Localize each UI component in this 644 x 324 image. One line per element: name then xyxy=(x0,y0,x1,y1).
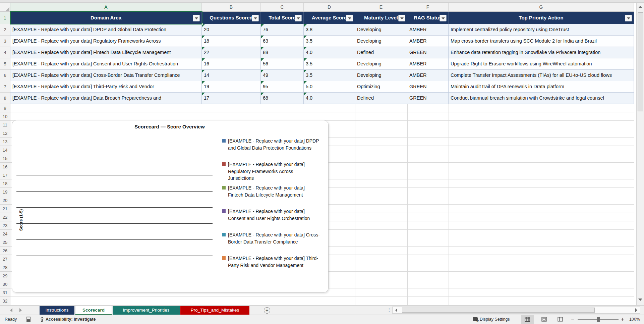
cell-D6[interactable]: 3.5 xyxy=(304,70,355,81)
cell-E2[interactable]: Developing xyxy=(355,24,407,36)
cell-B7[interactable]: 19 xyxy=(202,81,261,93)
column-letter-C[interactable]: C xyxy=(261,3,304,12)
zoom-percentage[interactable]: 100% xyxy=(629,317,640,322)
macro-record-icon[interactable] xyxy=(26,317,31,322)
horizontal-scrollbar[interactable] xyxy=(392,307,640,314)
row-number-6[interactable]: 6 xyxy=(0,70,10,81)
cell-G3[interactable]: Map cross-border transfers using SCC Mod… xyxy=(449,36,634,47)
column-letter-E[interactable]: E xyxy=(355,3,407,12)
display-settings-button[interactable]: Display Settings xyxy=(473,317,510,322)
row-number-3[interactable]: 3 xyxy=(0,36,10,47)
cell-A3[interactable]: [EXAMPLE - Replace with your data] Regul… xyxy=(10,36,202,47)
cell-F3[interactable]: AMBER xyxy=(407,36,449,47)
next-sheet-arrow-icon[interactable] xyxy=(19,308,22,312)
cell-G5[interactable]: Upgrade Right to Erasure workflows using… xyxy=(449,58,634,70)
tab-instructions[interactable]: Instructions xyxy=(40,306,74,315)
vertical-scrollbar[interactable] xyxy=(636,3,644,305)
row-number-18[interactable]: 18 xyxy=(0,179,10,188)
scorecard-chart[interactable]: Scorecard — Score Overview Score (1-5) [… xyxy=(12,120,329,292)
row-number-11[interactable]: 11 xyxy=(0,121,10,129)
scroll-down-button[interactable] xyxy=(637,295,644,304)
scroll-left-icon[interactable] xyxy=(395,308,397,312)
row-number-31[interactable]: 31 xyxy=(0,288,10,297)
cell-D3[interactable]: 3.5 xyxy=(304,36,355,47)
horizontal-scroll-thumb[interactable] xyxy=(402,308,595,313)
select-all-corner[interactable] xyxy=(0,3,10,12)
cell-B2[interactable]: 20 xyxy=(202,24,261,36)
filter-dropdown-icon[interactable] xyxy=(440,15,447,21)
tab-improvement-priorities[interactable]: Improvement_Priorities xyxy=(113,306,180,315)
filter-dropdown-icon[interactable] xyxy=(193,15,200,21)
cell-B8[interactable]: 17 xyxy=(202,93,261,104)
row-number-19[interactable]: 19 xyxy=(0,188,10,196)
row-number-23[interactable]: 23 xyxy=(0,221,10,230)
cell-D8[interactable]: 4.0 xyxy=(304,93,355,104)
vertical-scroll-thumb[interactable] xyxy=(638,12,643,111)
header-cell-questions[interactable]: Questions Scored xyxy=(202,12,261,24)
cell-F8[interactable]: GREEN xyxy=(407,93,449,104)
row-number-5[interactable]: 5 xyxy=(0,58,10,70)
header-cell-total[interactable]: Total Score xyxy=(261,12,304,24)
cell-C6[interactable]: 49 xyxy=(261,70,304,81)
row-number-28[interactable]: 28 xyxy=(0,263,10,272)
cell-B5[interactable]: 16 xyxy=(202,58,261,70)
row-number-25[interactable]: 25 xyxy=(0,238,10,247)
cell-D5[interactable]: 3.5 xyxy=(304,58,355,70)
cell-B4[interactable]: 22 xyxy=(202,47,261,58)
tab-pro-tips-and-mistakes[interactable]: Pro_Tips_and_Mistakes xyxy=(180,306,249,315)
cell-E4[interactable]: Defined xyxy=(355,47,407,58)
cell-C5[interactable]: 56 xyxy=(261,58,304,70)
cell-G8[interactable]: Conduct biannual breach simulation with … xyxy=(449,93,634,104)
cell-C4[interactable]: 88 xyxy=(261,47,304,58)
row-number-14[interactable]: 14 xyxy=(0,146,10,154)
filter-dropdown-icon[interactable] xyxy=(398,15,405,21)
cell-E7[interactable]: Optimizing xyxy=(355,81,407,93)
cell-A5[interactable]: [EXAMPLE - Replace with your data] Conse… xyxy=(10,58,202,70)
row-number-7[interactable]: 7 xyxy=(0,81,10,93)
cell-F4[interactable]: GREEN xyxy=(407,47,449,58)
cell-G7[interactable]: Maintain audit trail of DPA renewals in … xyxy=(449,81,634,93)
scroll-right-icon[interactable] xyxy=(635,308,637,312)
cell-F5[interactable]: AMBER xyxy=(407,58,449,70)
cell-B3[interactable]: 18 xyxy=(202,36,261,47)
cell-A6[interactable]: [EXAMPLE - Replace with your data] Cross… xyxy=(10,70,202,81)
zoom-slider-thumb[interactable] xyxy=(597,317,600,322)
cell-A7[interactable]: [EXAMPLE - Replace with your data] Third… xyxy=(10,81,202,93)
row-number-27[interactable]: 27 xyxy=(0,255,10,263)
cell-B6[interactable]: 14 xyxy=(202,70,261,81)
zoom-out-button[interactable]: − xyxy=(570,316,575,322)
filter-dropdown-icon[interactable] xyxy=(252,15,259,21)
row-number-26[interactable]: 26 xyxy=(0,247,10,255)
tab-bar-resize-handle[interactable]: ⋮ xyxy=(387,307,391,312)
row-number-9[interactable]: 9 xyxy=(0,104,10,112)
cell-E8[interactable]: Defined xyxy=(355,93,407,104)
cell-E3[interactable]: Developing xyxy=(355,36,407,47)
row-number-13[interactable]: 13 xyxy=(0,138,10,146)
prev-sheet-arrow-icon[interactable] xyxy=(10,308,12,312)
row-number-1[interactable]: 1 xyxy=(0,12,10,24)
row-number-24[interactable]: 24 xyxy=(0,230,10,238)
row-number-2[interactable]: 2 xyxy=(0,24,10,36)
row-number-8[interactable]: 8 xyxy=(0,93,10,104)
filter-dropdown-icon[interactable] xyxy=(625,15,632,21)
filter-dropdown-icon[interactable] xyxy=(295,15,302,21)
cell-A2[interactable]: [EXAMPLE - Replace with your data] DPDP … xyxy=(10,24,202,36)
cell-F2[interactable]: AMBER xyxy=(407,24,449,36)
column-letter-A[interactable]: A xyxy=(10,3,202,12)
header-cell-action[interactable]: Top Priority Action xyxy=(449,12,634,24)
cell-C7[interactable]: 95 xyxy=(261,81,304,93)
row-number-30[interactable]: 30 xyxy=(0,280,10,288)
cell-D4[interactable]: 4.0 xyxy=(304,47,355,58)
cell-D7[interactable]: 5.0 xyxy=(304,81,355,93)
cell-E5[interactable]: Developing xyxy=(355,58,407,70)
page-layout-view-button[interactable] xyxy=(538,315,550,324)
cell-G2[interactable]: Implement centralized policy repository … xyxy=(449,24,634,36)
cell-A4[interactable]: [EXAMPLE - Replace with your data] Finte… xyxy=(10,47,202,58)
page-break-view-button[interactable] xyxy=(554,315,567,324)
cell-E6[interactable]: Developing xyxy=(355,70,407,81)
filter-dropdown-icon[interactable] xyxy=(346,15,353,21)
tab-scorecard[interactable]: Scorecard xyxy=(75,306,112,315)
row-number-16[interactable]: 16 xyxy=(0,163,10,171)
column-letter-F[interactable]: F xyxy=(407,3,449,12)
cell-C8[interactable]: 68 xyxy=(261,93,304,104)
